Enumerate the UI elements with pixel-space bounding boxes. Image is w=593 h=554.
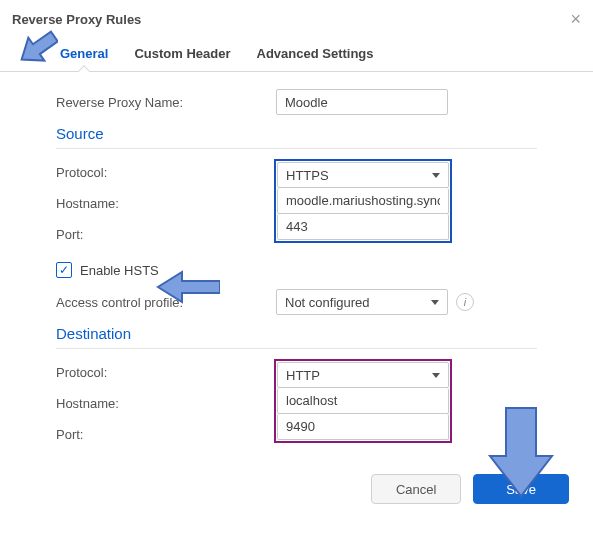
destination-protocol-label: Protocol: [56,365,276,380]
reverse-proxy-name-label: Reverse Proxy Name: [56,95,276,110]
source-port-label: Port: [56,227,276,242]
source-hostname-label: Hostname: [56,196,276,211]
destination-section-title: Destination [56,325,537,342]
access-control-profile-label: Access control profile: [56,295,276,310]
tab-advanced-settings[interactable]: Advanced Settings [257,36,374,71]
destination-group-highlight: HTTP [274,359,452,443]
dialog-title: Reverse Proxy Rules [12,12,141,27]
destination-protocol-select[interactable]: HTTP [277,362,449,388]
access-control-profile-select[interactable]: Not configured [276,289,448,315]
tab-custom-header[interactable]: Custom Header [134,36,230,71]
source-hostname-input[interactable] [277,188,449,214]
chevron-down-icon [432,173,440,178]
source-protocol-value: HTTPS [286,168,329,183]
chevron-down-icon [431,300,439,305]
info-icon[interactable]: i [456,293,474,311]
enable-hsts-checkbox[interactable]: ✓ [56,262,72,278]
tab-bar: General Custom Header Advanced Settings [0,36,593,72]
save-button[interactable]: Save [473,474,569,504]
chevron-down-icon [432,373,440,378]
cancel-button[interactable]: Cancel [371,474,461,504]
access-control-profile-value: Not configured [285,295,370,310]
destination-hostname-label: Hostname: [56,396,276,411]
destination-hostname-input[interactable] [277,388,449,414]
source-section-title: Source [56,125,537,142]
source-divider [56,148,537,149]
destination-protocol-value: HTTP [286,368,320,383]
source-group-highlight: HTTPS [274,159,452,243]
destination-divider [56,348,537,349]
source-port-input[interactable] [277,214,449,240]
source-protocol-select[interactable]: HTTPS [277,162,449,188]
reverse-proxy-name-input[interactable] [276,89,448,115]
close-icon[interactable]: × [570,10,581,28]
destination-port-label: Port: [56,427,276,442]
enable-hsts-label: Enable HSTS [80,263,159,278]
tab-general[interactable]: General [60,36,108,71]
source-protocol-label: Protocol: [56,165,276,180]
destination-port-input[interactable] [277,414,449,440]
